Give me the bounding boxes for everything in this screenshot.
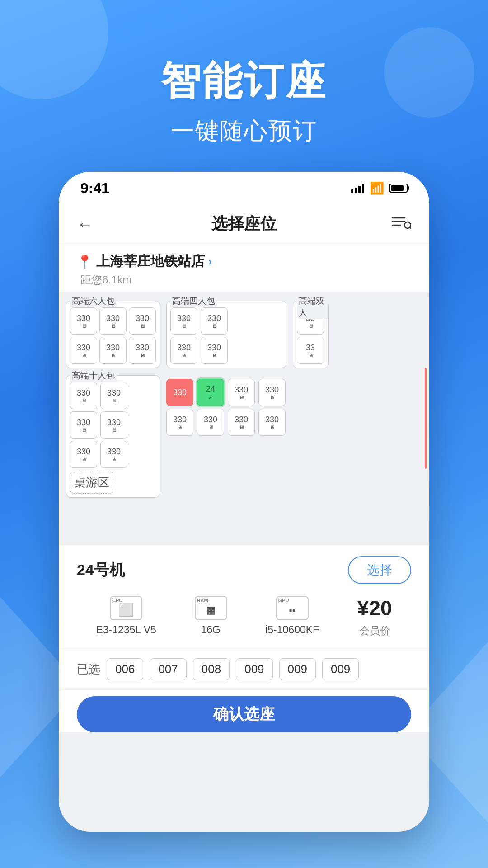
- seat-10p-2[interactable]: 330🖥: [100, 382, 127, 409]
- ram-value: 16G: [201, 624, 221, 636]
- location-name[interactable]: 📍 上海莘庄地铁站店 ›: [77, 252, 411, 271]
- seat-normal-3[interactable]: 330🖥: [166, 409, 193, 436]
- svg-line-4: [410, 227, 411, 229]
- location-bar[interactable]: 📍 上海莘庄地铁站店 › 距您6.1km: [59, 244, 429, 292]
- nav-bar: ← 选择座位: [59, 204, 429, 244]
- spec-cpu: CPU ⬜ E3-1235L V5: [96, 596, 156, 638]
- ram-icon: ▦: [206, 604, 216, 616]
- machine-info-bar: 24号机 选择: [59, 545, 429, 591]
- selected-seat-3[interactable]: 008: [193, 658, 230, 680]
- selected-seat-5[interactable]: 009: [279, 658, 316, 680]
- signal-bar-2: [355, 188, 357, 193]
- section-10person: 高端十人包 330🖥 330🖥 330🖥 330🖥 330🖥 330🖥 桌游区: [66, 375, 160, 498]
- seat-4p-2[interactable]: 330🖥: [201, 307, 228, 335]
- section-10person-label: 高端十人包: [70, 370, 117, 382]
- seat-330-5[interactable]: 330🖥: [99, 337, 127, 364]
- cpu-icon-box: CPU ⬜: [110, 596, 142, 620]
- seat-10p-6[interactable]: 330🖥: [100, 441, 127, 468]
- spec-gpu: GPU ▪▪ i5-10600KF: [265, 596, 319, 638]
- seat-330-4[interactable]: 330🖥: [70, 337, 97, 364]
- status-time: 9:41: [80, 180, 109, 197]
- board-game-label: 桌游区: [70, 472, 113, 494]
- back-button[interactable]: ←: [77, 215, 104, 234]
- filter-search-icon[interactable]: [391, 215, 411, 233]
- seat-10p-1[interactable]: 330🖥: [70, 382, 97, 409]
- seat-occupied-330[interactable]: 330: [166, 379, 193, 406]
- 6person-seats-row1: 330🖥 330🖥 330🖥 330🖥 330🖥 330🖥: [70, 307, 156, 364]
- ram-icon-box: RAM ▦: [195, 596, 227, 620]
- hero-section: 智能订座 一键随心预订: [0, 54, 488, 147]
- seat-normal-2[interactable]: 330🖥: [258, 379, 286, 406]
- seat-normal-5[interactable]: 330🖥: [228, 409, 255, 436]
- signal-bar-1: [351, 189, 353, 193]
- selected-seat-2[interactable]: 007: [150, 658, 186, 680]
- gpu-value: i5-10600KF: [265, 624, 319, 636]
- selected-seats-row: 已选 006 007 008 009 009 009: [59, 649, 429, 690]
- selected-label: 已选: [77, 661, 100, 677]
- price-value: ¥20: [357, 596, 392, 620]
- location-name-text: 上海莘庄地铁站店: [96, 252, 205, 271]
- hero-subtitle: 一键随心预订: [0, 115, 488, 147]
- seat-10p-5[interactable]: 330🖥: [70, 441, 97, 468]
- board-game-text: 桌游区: [74, 476, 109, 489]
- section-4person-label: 高端四人包: [170, 295, 217, 307]
- seat-10p-3[interactable]: 330🖥: [70, 411, 97, 439]
- seat-normal-6[interactable]: 330🖥: [258, 409, 286, 436]
- bottom-panel: 24号机 选择 CPU ⬜ E3-1235L V5 RAM ▦: [59, 545, 429, 732]
- spec-ram: RAM ▦ 16G: [195, 596, 227, 638]
- 10person-seats-col1: 330🖥 330🖥 330🖥 330🖥 330🖥 330🖥: [70, 382, 156, 468]
- gpu-icon-box: GPU ▪▪: [276, 596, 309, 620]
- seat-10p-4[interactable]: 330🖥: [100, 411, 127, 439]
- status-bar: 9:41 📶: [59, 172, 429, 204]
- wifi-icon: 📶: [370, 181, 384, 195]
- location-distance: 距您6.1km: [77, 273, 411, 287]
- left-sections: 高端六人包 330🖥 330🖥 330🖥 330🖥 330🖥 330🖥 高端: [66, 301, 160, 536]
- cpu-icon: ⬜: [118, 603, 134, 618]
- seat-normal-1[interactable]: 330🖥: [228, 379, 255, 406]
- battery-fill: [391, 185, 404, 191]
- seat-4p-1[interactable]: 330🖥: [170, 307, 197, 335]
- location-arrow-icon: ›: [208, 255, 212, 268]
- hero-title: 智能订座: [0, 54, 488, 108]
- section-6person-label: 高端六人包: [70, 295, 117, 307]
- 10person-right-seats: 330 24✓ 330🖥 330🖥 330🖥 330🖥 330🖥 330🖥: [166, 375, 286, 439]
- selected-seat-4[interactable]: 009: [236, 658, 272, 680]
- seat-330-3[interactable]: 330🖥: [129, 307, 156, 335]
- section-4person: 高端四人包 330🖥 330🖥 330🖥 330🖥: [166, 301, 286, 368]
- 4person-seats: 330🖥 330🖥 330🖥 330🖥: [170, 307, 282, 364]
- confirm-button[interactable]: 确认选座: [77, 696, 411, 732]
- signal-icon: [351, 183, 364, 193]
- selected-seat-6[interactable]: 009: [322, 658, 359, 680]
- phone-body: 9:41 📶 ← 选择座位: [59, 172, 429, 832]
- seat-selected-24[interactable]: 24✓: [197, 379, 224, 406]
- nav-right: [384, 215, 411, 233]
- machine-name: 24号机: [77, 560, 125, 580]
- selected-seat-1[interactable]: 006: [107, 658, 143, 680]
- location-pin-icon: 📍: [77, 254, 93, 269]
- seat-330-6[interactable]: 330🖥: [129, 337, 156, 364]
- seat-330-2[interactable]: 330🖥: [99, 307, 127, 335]
- section-6person: 高端六人包 330🖥 330🖥 330🖥 330🖥 330🖥 330🖥: [66, 301, 160, 368]
- gpu-icon: ▪▪: [289, 605, 296, 616]
- spec-price: ¥20 会员价: [357, 596, 392, 638]
- seat-normal-4[interactable]: 330🖥: [197, 409, 224, 436]
- specs-row: CPU ⬜ E3-1235L V5 RAM ▦ 16G GPU ▪▪: [59, 591, 429, 649]
- select-button[interactable]: 选择: [348, 556, 411, 584]
- status-icons: 📶: [351, 181, 408, 195]
- cpu-value: E3-1235L V5: [96, 624, 156, 636]
- map-area: 高端六人包 330🖥 330🖥 330🖥 330🖥 330🖥 330🖥 高端: [66, 301, 422, 536]
- seat-4p-4[interactable]: 330🖥: [201, 337, 228, 364]
- section-2person: 高端双人 33🖥 33🖥: [293, 301, 329, 368]
- signal-bar-4: [362, 184, 364, 193]
- scroll-hint: [425, 368, 427, 469]
- middle-sections: 高端四人包 330🖥 330🖥 330🖥 330🖥 330 24✓ 330🖥: [166, 301, 286, 536]
- seat-330-1[interactable]: 330🖥: [70, 307, 97, 335]
- price-label: 会员价: [359, 624, 390, 638]
- seat-4p-3[interactable]: 330🖥: [170, 337, 197, 364]
- signal-bar-3: [358, 186, 361, 193]
- right-sections: 高端双人 33🖥 33🖥: [293, 301, 329, 536]
- seat-map[interactable]: 高端六人包 330🖥 330🖥 330🖥 330🖥 330🖥 330🖥 高端: [59, 292, 429, 545]
- section-2person-label: 高端双人: [297, 295, 328, 319]
- seat-2p-2[interactable]: 33🖥: [297, 337, 324, 364]
- nav-title: 选择座位: [104, 213, 384, 235]
